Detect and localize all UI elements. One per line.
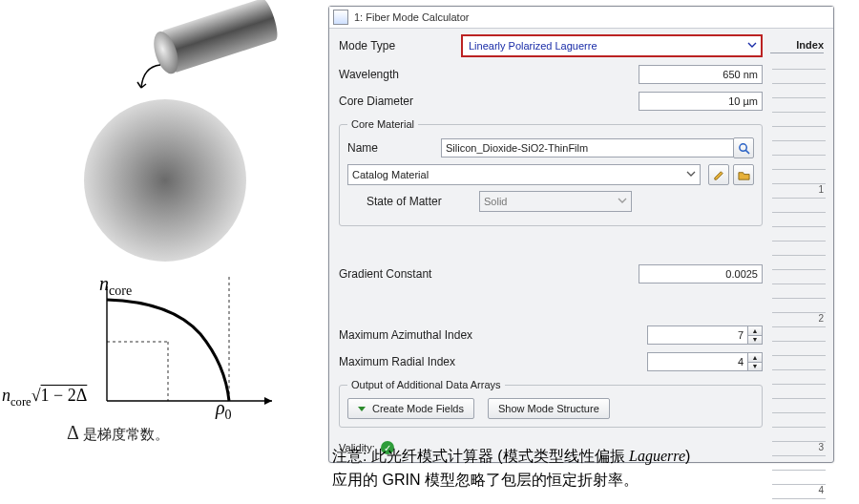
illustration-panel: ncore ncore√1 − 2Δ ρ0 Δ 是梯度常数。 — [0, 0, 315, 504]
catalog-material-select[interactable]: Catalog Material — [347, 164, 701, 185]
wavelength-label: Wavelength — [339, 68, 453, 81]
search-icon — [738, 142, 750, 155]
fiber-mode-calculator-window: 1: Fiber Mode Calculator Mode Type Linea… — [328, 6, 834, 463]
mode-type-label: Mode Type — [339, 39, 453, 52]
max-azimuthal-stepper[interactable]: 7 ▲▼ — [647, 326, 763, 345]
play-icon — [358, 407, 366, 411]
index-column-header: Index — [770, 39, 824, 53]
mode-profile-blob — [84, 99, 246, 262]
search-material-button[interactable] — [733, 137, 754, 158]
material-name-label: Name — [347, 141, 433, 155]
state-of-matter-select[interactable]: Solid — [479, 191, 632, 212]
max-azimuthal-label: Maximum Azimuthal Index — [339, 328, 453, 342]
chevron-down-icon — [618, 196, 627, 207]
step-up-icon[interactable]: ▲ — [748, 353, 762, 363]
output-arrays-group: Output of Additional Data Arrays Create … — [339, 379, 763, 428]
gradient-constant-label: Gradient Constant — [339, 267, 453, 281]
svg-point-6 — [739, 143, 745, 150]
state-of-matter-label: State of Matter — [367, 195, 471, 208]
window-title: 1: Fiber Mode Calculator — [354, 11, 469, 23]
step-down-icon[interactable]: ▼ — [748, 336, 762, 345]
mode-type-select[interactable]: Linearly Polarized Laguerre — [461, 34, 763, 57]
show-mode-structure-button[interactable]: Show Mode Structure — [488, 398, 610, 419]
titlebar[interactable]: 1: Fiber Mode Calculator — [329, 7, 833, 29]
fiber-cylinder — [149, 0, 289, 77]
label-y-axis: ncore√1 − 2Δ — [2, 386, 87, 410]
core-material-group: Core Material Name Silicon_Dioxide-SiO2-… — [339, 118, 763, 226]
caption-text: 注意: 此光纤模式计算器 (模式类型线性偏振 Laguerre) 应用的 GRI… — [332, 445, 848, 493]
core-material-legend: Core Material — [347, 118, 418, 130]
input-arrow-icon — [130, 61, 168, 99]
chevron-down-icon — [747, 40, 757, 52]
mode-type-value: Linearly Polarized Laguerre — [469, 40, 597, 52]
max-radial-stepper[interactable]: 4 ▲▼ — [647, 352, 763, 371]
wavelength-input[interactable]: 650 nm — [639, 65, 763, 84]
create-mode-fields-button[interactable]: Create Mode Fields — [347, 398, 474, 419]
open-material-button[interactable] — [733, 164, 754, 185]
step-down-icon[interactable]: ▼ — [748, 363, 762, 371]
delta-note: Δ 是梯度常数。 — [67, 422, 169, 444]
material-name-input[interactable]: Silicon_Dioxide-SiO2-ThinFilm — [441, 138, 735, 158]
step-up-icon[interactable]: ▲ — [748, 326, 762, 336]
edit-material-button[interactable] — [708, 164, 729, 185]
label-ncore: ncore — [99, 273, 132, 299]
chevron-down-icon — [686, 169, 696, 180]
svg-line-7 — [745, 150, 749, 154]
app-icon — [333, 10, 348, 25]
output-arrays-legend: Output of Additional Data Arrays — [347, 379, 505, 390]
core-diameter-input[interactable]: 10 µm — [639, 92, 763, 111]
folder-icon — [738, 169, 750, 181]
label-rho: ρ0 — [216, 397, 232, 423]
max-radial-label: Maximum Radial Index — [339, 355, 453, 368]
gradient-constant-input[interactable]: 0.0025 — [639, 264, 763, 284]
pencil-icon — [713, 169, 725, 181]
core-diameter-label: Core Diameter — [339, 94, 453, 108]
